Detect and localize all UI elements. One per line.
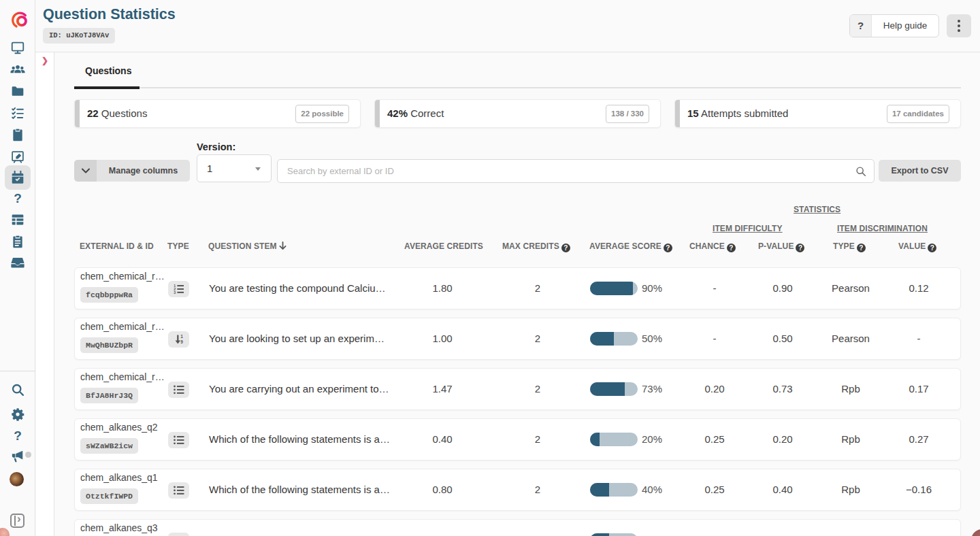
svg-text:9: 9	[180, 339, 183, 344]
svg-text:3: 3	[174, 290, 176, 294]
svg-text:1: 1	[180, 335, 183, 339]
